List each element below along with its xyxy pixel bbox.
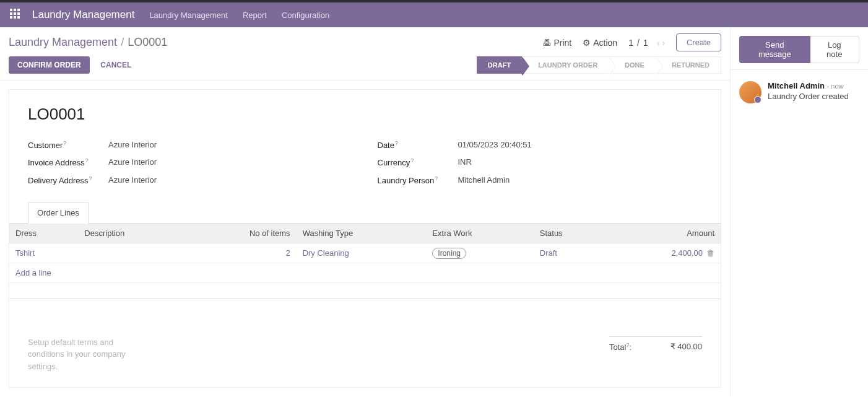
pager: 1 / 1 ‹ › [628,38,665,48]
breadcrumb-parent[interactable]: Laundry Management [9,36,117,49]
value-customer[interactable]: Azure Interior [108,140,157,150]
create-button[interactable]: Create [676,33,721,51]
total-value: ₹ 400.00 [671,342,702,352]
table-row[interactable]: Tshirt 2 Dry Cleaning Ironing Draft 2,40… [9,243,721,263]
add-line-row[interactable]: Add a line [9,263,721,282]
chatter-sidebar: Send message Log note Mitchell Admin - n… [731,27,868,396]
breadcrumb: Laundry Management / LO0001 [9,36,167,49]
record-title: LO0001 [9,105,721,136]
message-author[interactable]: Mitchell Admin [768,81,825,90]
nav-configuration[interactable]: Configuration [282,11,329,20]
status-laundry-order[interactable]: LAUNDRY ORDER [522,56,609,74]
label-invoice-address: Invoice Address? [28,157,108,167]
cell-extra-work[interactable]: Ironing [426,243,533,263]
send-message-button[interactable]: Send message [739,36,810,63]
value-currency[interactable]: INR [458,157,472,167]
status-returned[interactable]: RETURNED [656,56,721,74]
breadcrumb-current: LO0001 [128,36,167,49]
value-invoice-address[interactable]: Azure Interior [108,157,157,167]
col-description[interactable]: Description [78,223,186,243]
label-laundry-person: Laundry Person? [378,175,458,185]
col-extra-work[interactable]: Extra Work [426,223,533,243]
value-laundry-person[interactable]: Mitchell Admin [458,175,510,185]
message-text: Laundry Order created [768,92,849,101]
col-status[interactable]: Status [534,223,606,243]
apps-grid-icon[interactable] [10,9,22,21]
pager-current[interactable]: 1 [628,38,633,48]
cell-washing-type[interactable]: Dry Cleaning [297,243,427,263]
nav-report[interactable]: Report [243,11,267,20]
col-no-items[interactable]: No of items [187,223,297,243]
form-sheet: LO0001 Customer? Azure Interior Invoice … [9,89,721,388]
col-amount[interactable]: Amount [606,223,721,243]
tag-extra-work[interactable]: Ironing [432,248,466,259]
pager-prev-icon[interactable]: ‹ [657,38,660,48]
action-button[interactable]: ⚙ Action [583,38,617,48]
value-delivery-address[interactable]: Azure Interior [108,175,157,185]
breadcrumb-sep: / [121,36,124,49]
pager-total: 1 [643,38,648,48]
message-time: - now [827,82,844,90]
cell-no-items[interactable]: 2 [187,243,297,263]
print-icon: 🖶 [542,38,551,48]
label-date: Date? [378,140,458,150]
tab-order-lines[interactable]: Order Lines [28,202,89,224]
cell-amount[interactable]: 2,400.00🗑 [606,243,721,263]
label-currency: Currency? [378,157,458,167]
label-delivery-address: Delivery Address? [28,175,108,185]
col-washing-type[interactable]: Washing Type [297,223,427,243]
status-steps: DRAFT LAUNDRY ORDER DONE RETURNED [477,56,721,74]
terms-placeholder[interactable]: Setup default terms and conditions in yo… [28,336,139,373]
avatar[interactable] [739,81,762,103]
log-note-button[interactable]: Log note [810,36,859,63]
print-button[interactable]: 🖶 Print [542,38,571,48]
cell-dress[interactable]: Tshirt [9,243,78,263]
control-panel: Laundry Management / LO0001 🖶 Print ⚙ Ac… [0,27,730,55]
message-item: Mitchell Admin - now Laundry Order creat… [731,70,868,115]
value-date[interactable]: 01/05/2023 20:40:51 [458,140,532,150]
label-customer: Customer? [28,140,108,150]
cell-description[interactable] [78,243,186,263]
confirm-order-button[interactable]: CONFIRM ORDER [9,56,90,74]
total-label: Total [609,342,626,352]
pager-next-icon[interactable]: › [662,38,665,48]
main-navbar: Laundry Management Laundry Management Re… [0,2,868,27]
gear-icon: ⚙ [583,38,591,48]
add-line-link[interactable]: Add a line [9,263,721,282]
cell-status[interactable]: Draft [534,243,606,263]
status-draft[interactable]: DRAFT [477,56,522,74]
total-box: Total?: ₹ 400.00 [609,336,702,352]
cancel-button[interactable]: CANCEL [100,61,131,69]
order-lines-table: Dress Description No of items Washing Ty… [9,223,721,299]
app-title[interactable]: Laundry Management [32,9,134,21]
statusbar: CONFIRM ORDER CANCEL DRAFT LAUNDRY ORDER… [0,55,730,81]
trash-icon[interactable]: 🗑 [706,248,714,258]
nav-laundry-management[interactable]: Laundry Management [149,11,227,20]
col-dress[interactable]: Dress [9,223,78,243]
